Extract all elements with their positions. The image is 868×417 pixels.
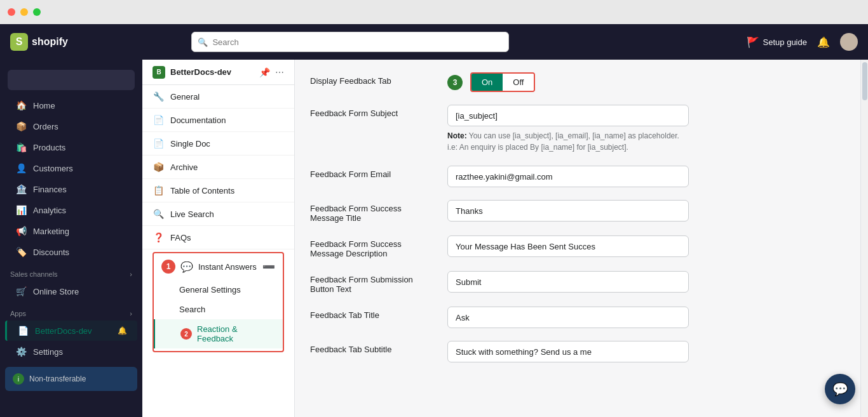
sidebar-item-settings[interactable]: ⚙️ Settings [5,341,137,362]
sidebar-item-home[interactable]: 🏠 Home [5,95,137,116]
search-input[interactable] [191,32,509,52]
ia-sub-search[interactable]: Search [154,300,283,319]
non-transferable-banner: i Non-transferable [5,367,137,391]
feedback-form-email-row: Feedback Form Email [310,166,845,187]
sidebar-item-products[interactable]: 🛍️ Products [5,137,137,157]
feedback-tab-title-input[interactable] [447,307,689,328]
feedback-submit-btn-input[interactable] [447,271,689,293]
sidebar-finances-label: Finances [33,185,67,194]
home-icon: 🏠 [15,100,27,110]
note-example: i.e: An enquiry is placed By [ia_name] f… [447,143,628,152]
sidebar-item-analytics[interactable]: 📊 Analytics [5,200,137,220]
sidebar-orders-label: Orders [33,122,58,131]
search-icon: 🔍 [198,37,208,47]
feedback-success-title-row: Feedback Form Success Message Title [310,200,845,223]
shopify-logo[interactable]: S shopify [10,33,68,51]
discounts-icon: 🏷️ [15,247,27,257]
app-layout: 🏠 Home 📦 Orders 🛍️ Products 👤 Customers … [0,60,868,417]
feedback-tab-subtitle-input[interactable] [447,341,689,362]
products-icon: 🛍️ [15,142,27,152]
sidebar-betterdocs-label: BetterDocs-dev [35,326,92,336]
feedback-submit-btn-label: Feedback Form Submission Button Text [310,271,437,294]
wrench-icon: 🔧 [153,91,164,102]
minimize-dot[interactable] [20,8,28,16]
plugin-menu-faqs[interactable]: ❓ FAQs [142,226,294,249]
plugin-sidebar: B BetterDocs-dev 📌 ⋯ 🔧 General 📄 Documen… [142,60,295,417]
instant-answers-section: 1 💬 Instant Answers ➖ General Settings S… [153,252,284,352]
plugin-menu-archive[interactable]: 📦 Archive [142,156,294,179]
sidebar-discounts-label: Discounts [33,248,69,257]
sidebar-marketing-label: Marketing [33,227,69,236]
setup-guide-button[interactable]: 🚩 Setup guide [747,36,807,48]
plugin-menu-general[interactable]: 🔧 General [142,85,294,109]
customers-icon: 👤 [15,163,27,173]
collapse-icon[interactable]: ➖ [262,261,275,273]
notification-bell-icon[interactable]: 🔔 [817,36,830,48]
feedback-form-email-input[interactable] [447,166,689,187]
step-3-badge: 3 [447,75,463,90]
sidebar-item-marketing[interactable]: 📢 Marketing [5,221,137,241]
plugin-menu-live-search[interactable]: 🔍 Live Search [142,202,294,226]
avatar[interactable] [840,33,858,51]
ia-sub-general-settings[interactable]: General Settings [154,280,283,300]
sales-channels-section: Sales channels › [0,263,142,281]
sidebar-search[interactable] [8,70,135,90]
right-scrollbar[interactable] [860,60,868,417]
feedback-tab-subtitle-row: Feedback Tab Subtitle [310,341,845,362]
sidebar-item-finances[interactable]: 🏦 Finances [5,179,137,199]
plugin-header: B BetterDocs-dev [153,66,231,79]
sidebar-item-customers[interactable]: 👤 Customers [5,158,137,178]
note-strong: Note: [447,131,467,140]
plugin-menu-toc[interactable]: 📋 Table of Contents [142,179,294,202]
close-dot[interactable] [8,8,15,16]
maximize-dot[interactable] [33,8,41,16]
feedback-success-title-input[interactable] [447,200,689,222]
feedback-form-subject-row: Feedback Form Subject Note: You can use … [310,105,845,153]
toggle-off-button[interactable]: Off [503,74,534,91]
top-nav: S shopify 🔍 🚩 Setup guide 🔔 [0,24,868,60]
ia-sub-reaction-feedback[interactable]: 2 Reaction & Feedback [154,319,283,348]
plugin-top-bar: B BetterDocs-dev 📌 ⋯ [142,60,294,85]
online-store-icon: 🛒 [15,286,27,296]
chat-bubble-icon: 💬 [180,261,193,273]
toggle-on-button[interactable]: On [471,74,503,91]
plugin-logo: B [153,66,165,79]
main-content: Display Feedback Tab 3 On Off Feedback [295,60,860,417]
setup-guide-label: Setup guide [763,37,807,47]
sidebar-item-betterdocs[interactable]: 📄 BetterDocs-dev 🔔 [5,321,137,341]
sidebar-item-discounts[interactable]: 🏷️ Discounts [5,242,137,262]
chat-fab-button[interactable]: 💬 [825,374,855,404]
more-options-icon[interactable]: ⋯ [275,67,284,77]
feedback-form-subject-input[interactable] [447,105,689,126]
single-doc-icon: 📄 [153,138,164,149]
feedback-tab-subtitle-control [447,341,845,362]
pin-icon[interactable]: 📌 [259,67,270,77]
feedback-success-desc-control [447,235,845,257]
search-sub-label: Search [179,305,205,314]
live-search-icon: 🔍 [153,209,164,219]
display-feedback-tab-control: 3 On Off [447,72,845,92]
menu-live-search-label: Live Search [170,209,214,219]
toc-icon: 📋 [153,185,164,195]
instant-answers-label: Instant Answers [198,262,257,272]
plugin-menu-documentation[interactable]: 📄 Documentation [142,109,294,132]
plugin-menu-single-doc[interactable]: 📄 Single Doc [142,132,294,156]
instant-answers-badge: 1 [161,260,175,274]
reaction-feedback-badge: 2 [180,328,192,340]
sidebar-customers-label: Customers [33,164,73,173]
toggle-group: 3 On Off [447,72,845,92]
display-feedback-tab-row: Display Feedback Tab 3 On Off [310,72,845,92]
menu-faqs-label: FAQs [170,233,191,242]
feedback-success-desc-input[interactable] [447,235,689,257]
note-text: You can use [ia_subject], [ia_email], [i… [467,131,679,140]
feedback-success-title-label: Feedback Form Success Message Title [310,200,437,223]
non-transferable-label: Non-transferable [29,374,86,383]
plugin-name: BetterDocs-dev [170,67,231,77]
apps-chevron-icon: › [130,310,132,317]
sidebar-item-orders[interactable]: 📦 Orders [5,116,137,136]
menu-toc-label: Table of Contents [170,186,234,195]
apps-title: Apps [10,310,26,317]
sidebar-item-online-store[interactable]: 🛒 Online Store [5,281,137,301]
menu-single-doc-label: Single Doc [170,139,210,149]
instant-answers-header[interactable]: 1 💬 Instant Answers ➖ [154,253,283,280]
